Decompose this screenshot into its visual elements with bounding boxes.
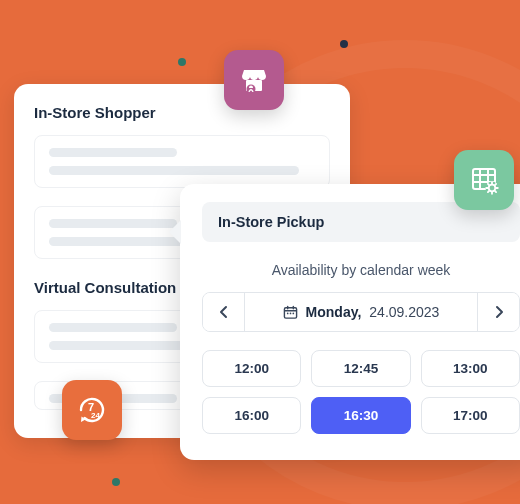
date-value: 24.09.2023 <box>369 304 439 320</box>
pickup-scheduler-card: In-Store Pickup Availability by calendar… <box>180 184 520 460</box>
next-week-button[interactable] <box>477 293 519 331</box>
svg-point-4 <box>286 312 288 314</box>
prev-week-button[interactable] <box>203 293 245 331</box>
time-slot[interactable]: 17:00 <box>421 397 520 434</box>
svg-line-21 <box>495 191 496 192</box>
section-title: In-Store Shopper <box>34 104 330 121</box>
svg-line-23 <box>488 191 489 192</box>
date-weekday: Monday, <box>306 304 362 320</box>
time-slot[interactable]: 16:00 <box>202 397 301 434</box>
svg-point-6 <box>292 312 294 314</box>
time-slot[interactable]: 12:00 <box>202 350 301 387</box>
availability-label: Availability by calendar week <box>202 262 520 278</box>
time-slot[interactable]: 13:00 <box>421 350 520 387</box>
skeleton-line <box>49 166 299 175</box>
svg-point-5 <box>289 312 291 314</box>
date-display[interactable]: Monday, 24.09.2023 <box>245 293 477 331</box>
time-slot[interactable]: 12:45 <box>311 350 410 387</box>
decor-dot <box>178 58 186 66</box>
grid-settings-icon <box>454 150 514 210</box>
svg-text:24: 24 <box>91 411 100 420</box>
time-slot-grid: 12:0012:4513:0016:0016:3017:00 <box>202 350 520 434</box>
store-icon <box>224 50 284 110</box>
list-item[interactable] <box>34 135 330 188</box>
skeleton-line <box>49 323 177 332</box>
svg-line-22 <box>495 184 496 185</box>
decor-dot <box>112 478 120 486</box>
seven-twenty-four-icon: 7 24 <box>62 380 122 440</box>
calendar-icon <box>283 305 298 320</box>
date-selector: Monday, 24.09.2023 <box>202 292 520 332</box>
skeleton-line <box>49 148 177 157</box>
time-slot[interactable]: 16:30 <box>311 397 410 434</box>
svg-line-20 <box>488 184 489 185</box>
decor-dot <box>340 40 348 48</box>
skeleton-line <box>49 219 177 228</box>
